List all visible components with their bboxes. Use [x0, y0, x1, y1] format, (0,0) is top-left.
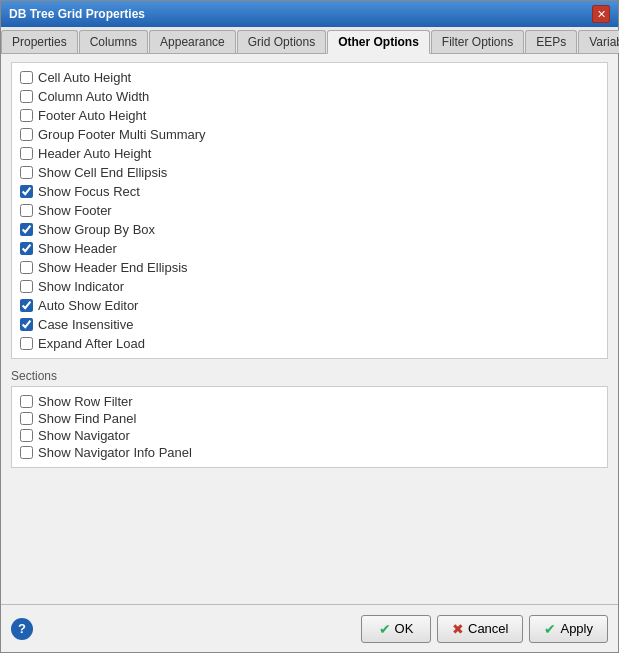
auto-show-editor-label[interactable]: Auto Show Editor — [38, 298, 138, 313]
list-item: Show Cell End Ellipsis — [20, 164, 599, 181]
footer-bar: ? ✔ OK ✖ Cancel ✔ Apply — [1, 604, 618, 652]
footer-auto-height-checkbox[interactable] — [20, 109, 33, 122]
show-find-panel-label[interactable]: Show Find Panel — [38, 411, 136, 426]
ok-button[interactable]: ✔ OK — [361, 615, 431, 643]
list-item: Show Find Panel — [20, 410, 599, 427]
list-item: Show Header — [20, 240, 599, 257]
list-item: Show Row Filter — [20, 393, 599, 410]
list-item: Show Focus Rect — [20, 183, 599, 200]
cell-auto-height-label[interactable]: Cell Auto Height — [38, 70, 131, 85]
show-navigator-info-panel-checkbox[interactable] — [20, 446, 33, 459]
show-cell-end-ellipsis-label[interactable]: Show Cell End Ellipsis — [38, 165, 167, 180]
cancel-label: Cancel — [468, 621, 508, 636]
footer-left: ? — [11, 618, 33, 640]
list-item: Show Navigator — [20, 427, 599, 444]
list-item: Show Navigator Info Panel — [20, 444, 599, 461]
show-header-label[interactable]: Show Header — [38, 241, 117, 256]
apply-check-icon: ✔ — [544, 621, 556, 637]
show-footer-checkbox[interactable] — [20, 204, 33, 217]
tab-eeps[interactable]: EEPs — [525, 30, 577, 53]
content-area: Cell Auto Height Column Auto Width Foote… — [1, 54, 618, 604]
show-navigator-checkbox[interactable] — [20, 429, 33, 442]
show-header-end-ellipsis-label[interactable]: Show Header End Ellipsis — [38, 260, 188, 275]
close-button[interactable]: ✕ — [592, 5, 610, 23]
checkmark-icon: ✔ — [379, 621, 391, 637]
show-row-filter-label[interactable]: Show Row Filter — [38, 394, 133, 409]
cell-auto-height-checkbox[interactable] — [20, 71, 33, 84]
show-header-end-ellipsis-checkbox[interactable] — [20, 261, 33, 274]
case-insensitive-checkbox[interactable] — [20, 318, 33, 331]
list-item: Expand After Load — [20, 335, 599, 352]
expand-after-load-checkbox[interactable] — [20, 337, 33, 350]
apply-button[interactable]: ✔ Apply — [529, 615, 608, 643]
options-checkbox-group: Cell Auto Height Column Auto Width Foote… — [11, 62, 608, 359]
list-item: Show Indicator — [20, 278, 599, 295]
footer-auto-height-label[interactable]: Footer Auto Height — [38, 108, 146, 123]
list-item: Column Auto Width — [20, 88, 599, 105]
tab-grid-options[interactable]: Grid Options — [237, 30, 326, 53]
show-navigator-info-panel-label[interactable]: Show Navigator Info Panel — [38, 445, 192, 460]
list-item: Case Insensitive — [20, 316, 599, 333]
case-insensitive-label[interactable]: Case Insensitive — [38, 317, 133, 332]
column-auto-width-label[interactable]: Column Auto Width — [38, 89, 149, 104]
main-window: DB Tree Grid Properties ✕ Properties Col… — [0, 0, 619, 653]
tab-columns[interactable]: Columns — [79, 30, 148, 53]
help-button[interactable]: ? — [11, 618, 33, 640]
show-row-filter-checkbox[interactable] — [20, 395, 33, 408]
sections-checkbox-group: Show Row Filter Show Find Panel Show Nav… — [11, 386, 608, 468]
sections-label: Sections — [11, 369, 608, 383]
tab-other-options[interactable]: Other Options — [327, 30, 430, 54]
tab-appearance[interactable]: Appearance — [149, 30, 236, 53]
show-group-by-box-label[interactable]: Show Group By Box — [38, 222, 155, 237]
cross-icon: ✖ — [452, 621, 464, 637]
expand-after-load-label[interactable]: Expand After Load — [38, 336, 145, 351]
show-header-checkbox[interactable] — [20, 242, 33, 255]
tab-variable-links[interactable]: Variable Links — [578, 30, 619, 53]
list-item: Show Footer — [20, 202, 599, 219]
header-auto-height-label[interactable]: Header Auto Height — [38, 146, 151, 161]
tab-bar: Properties Columns Appearance Grid Optio… — [1, 27, 618, 54]
window-title: DB Tree Grid Properties — [9, 7, 145, 21]
show-focus-rect-label[interactable]: Show Focus Rect — [38, 184, 140, 199]
show-footer-label[interactable]: Show Footer — [38, 203, 112, 218]
list-item: Show Header End Ellipsis — [20, 259, 599, 276]
show-find-panel-checkbox[interactable] — [20, 412, 33, 425]
group-footer-multi-summary-checkbox[interactable] — [20, 128, 33, 141]
list-item: Footer Auto Height — [20, 107, 599, 124]
show-navigator-label[interactable]: Show Navigator — [38, 428, 130, 443]
cancel-button[interactable]: ✖ Cancel — [437, 615, 523, 643]
auto-show-editor-checkbox[interactable] — [20, 299, 33, 312]
list-item: Show Group By Box — [20, 221, 599, 238]
column-auto-width-checkbox[interactable] — [20, 90, 33, 103]
ok-label: OK — [395, 621, 414, 636]
show-indicator-checkbox[interactable] — [20, 280, 33, 293]
group-footer-multi-summary-label[interactable]: Group Footer Multi Summary — [38, 127, 206, 142]
header-auto-height-checkbox[interactable] — [20, 147, 33, 160]
apply-label: Apply — [560, 621, 593, 636]
tab-properties[interactable]: Properties — [1, 30, 78, 53]
list-item: Group Footer Multi Summary — [20, 126, 599, 143]
tab-filter-options[interactable]: Filter Options — [431, 30, 524, 53]
list-item: Header Auto Height — [20, 145, 599, 162]
list-item: Auto Show Editor — [20, 297, 599, 314]
show-cell-end-ellipsis-checkbox[interactable] — [20, 166, 33, 179]
title-bar: DB Tree Grid Properties ✕ — [1, 1, 618, 27]
footer-right: ✔ OK ✖ Cancel ✔ Apply — [361, 615, 608, 643]
show-focus-rect-checkbox[interactable] — [20, 185, 33, 198]
show-indicator-label[interactable]: Show Indicator — [38, 279, 124, 294]
show-group-by-box-checkbox[interactable] — [20, 223, 33, 236]
list-item: Cell Auto Height — [20, 69, 599, 86]
